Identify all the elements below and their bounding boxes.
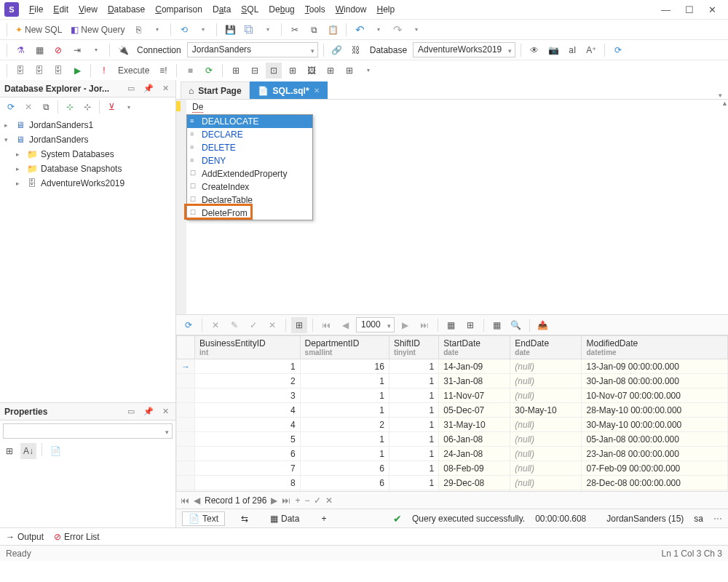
table-cell[interactable]: 8 (195, 476, 301, 490)
tab-close-icon[interactable]: ✕ (314, 87, 320, 95)
plug-icon[interactable]: 🔌 (115, 42, 131, 58)
table-cell[interactable]: 6 (300, 461, 389, 476)
table-cell[interactable]: 07-Feb-09 00:00:00.000 (582, 461, 728, 476)
res-refresh-icon[interactable]: ⟳ (181, 317, 197, 333)
tabs-overflow-icon[interactable]: ▾ (719, 92, 728, 99)
paste-icon[interactable]: 📋 (325, 22, 341, 38)
table-cell[interactable]: 15-Jan-09 00:00:00.000 (582, 490, 728, 492)
res-prev-icon[interactable]: ◀ (337, 317, 353, 333)
table-cell[interactable]: 1 (389, 388, 438, 403)
res-apply-icon[interactable]: ✓ (245, 317, 261, 333)
tab-sql[interactable]: 📄 SQL.sql* ✕ (250, 81, 328, 99)
tree-node-server[interactable]: ▸ 🖥 JordanSanders1 (0, 118, 175, 132)
t3-icon[interactable]: ⊡ (266, 63, 282, 79)
table-row[interactable]: 61124-Jan-08(null)23-Jan-08 00:00:00.000 (177, 447, 728, 461)
res-first-icon[interactable]: ⏮ (318, 317, 334, 333)
redo-icon[interactable]: ↷ (389, 22, 405, 38)
properties-dropdown[interactable] (3, 423, 173, 439)
indent-icon[interactable]: ⇥ (69, 42, 85, 58)
inspect-icon[interactable]: 👁 (526, 42, 542, 58)
column-header[interactable]: StartDatedate (439, 336, 510, 359)
table-cell[interactable]: 06-Jan-08 (439, 432, 510, 447)
table-cell[interactable]: 1 (389, 359, 438, 374)
menu-debug[interactable]: Debug (264, 2, 298, 17)
table-cell[interactable]: 08-Feb-09 (439, 461, 510, 476)
res-export-icon[interactable]: 📤 (535, 317, 551, 333)
pager-next-icon[interactable]: ▶ (271, 495, 277, 506)
rename-icon[interactable]: aI (564, 42, 580, 58)
table-cell[interactable]: (null) (510, 447, 582, 461)
t2-icon[interactable]: ⊟ (247, 63, 263, 79)
t6-icon[interactable]: ⊞ (323, 63, 339, 79)
intellisense-item[interactable]: ☐AddExtendedProperty (187, 167, 312, 180)
table-cell[interactable]: (null) (510, 388, 582, 403)
intellisense-item[interactable]: ≡DEALLOCATE (187, 115, 312, 128)
table-cell[interactable]: (null) (510, 418, 582, 432)
page-size-dropdown[interactable]: 1000 (356, 317, 395, 332)
dd4-icon[interactable]: ▾ (408, 22, 424, 38)
database-dropdown[interactable]: AdventureWorks2019 (413, 42, 515, 57)
table-cell[interactable]: 3 (195, 388, 301, 403)
back-icon[interactable]: ⟲ (176, 22, 192, 38)
res-view3-icon[interactable]: ▦ (489, 317, 505, 333)
output-tab[interactable]: →Output (6, 532, 44, 542)
table-cell[interactable]: 24-Jan-08 (439, 447, 510, 461)
new-sql-button[interactable]: ✦New SQL (12, 22, 65, 38)
tree-node-folder[interactable]: ▸ 📁 Database Snapshots (0, 162, 175, 176)
camera-icon[interactable]: 📷 (545, 42, 561, 58)
panel-window-icon[interactable]: ▭ (125, 407, 137, 416)
table-cell[interactable]: 11-Nov-07 (439, 388, 510, 403)
table-cell[interactable]: (null) (510, 432, 582, 447)
table-cell[interactable]: 6 (195, 447, 301, 461)
menu-sql[interactable]: SQL (237, 2, 263, 17)
res-find-icon[interactable]: 🔍 (508, 317, 524, 333)
unlink-icon[interactable]: ⛓ (348, 42, 364, 58)
table-cell[interactable]: 7 (195, 461, 301, 476)
undo-icon[interactable]: ↶ (352, 22, 368, 38)
menu-comparison[interactable]: Comparison (151, 2, 207, 17)
table-cell[interactable]: 1 (389, 447, 438, 461)
table-cell[interactable]: 6 (300, 490, 389, 492)
menu-edit[interactable]: Edit (49, 2, 73, 17)
grid-icon[interactable]: ▦ (31, 42, 47, 58)
exp-add2-icon[interactable]: ⊹ (79, 99, 95, 115)
table-cell[interactable]: 4 (195, 418, 301, 432)
tree-node-server[interactable]: ▾ 🖥 JordanSanders (0, 132, 175, 147)
table-cell[interactable]: 30-May-10 (510, 403, 582, 418)
table-row[interactable]: 42131-May-10(null)30-May-10 00:00:00.000 (177, 418, 728, 432)
pager-cancel-icon[interactable]: ✕ (325, 495, 333, 506)
flask-icon[interactable]: ⚗ (12, 42, 28, 58)
tab-start-page[interactable]: ⌂ Start Page (181, 81, 250, 99)
res-edit-icon[interactable]: ✎ (226, 317, 242, 333)
table-cell[interactable]: 2 (195, 374, 301, 388)
table-cell[interactable]: 28-May-10 00:00:00.000 (582, 403, 728, 418)
db-icon-3[interactable]: 🗄 (50, 63, 66, 79)
dd2-icon[interactable]: ▾ (260, 22, 276, 38)
results-tab-swap[interactable]: ⇆ (235, 512, 254, 525)
table-cell[interactable]: 1 (389, 432, 438, 447)
prop-page-icon[interactable]: 📄 (47, 443, 63, 459)
table-row[interactable]: 86129-Dec-08(null)28-Dec-08 00:00:00.000 (177, 476, 728, 490)
intellisense-item[interactable]: ☐DeleteFrom (187, 207, 312, 220)
menu-tools[interactable]: Tools (301, 2, 330, 17)
table-row[interactable]: 21131-Jan-08(null)30-Jan-08 00:00:00.000 (177, 374, 728, 388)
table-cell[interactable]: 28-Dec-08 00:00:00.000 (582, 476, 728, 490)
table-row[interactable]: 76108-Feb-09(null)07-Feb-09 00:00:00.000 (177, 461, 728, 476)
dropdown-icon[interactable]: ▾ (149, 22, 165, 38)
pager-remove-icon[interactable]: − (304, 495, 309, 506)
dd3-icon[interactable]: ▾ (371, 22, 387, 38)
table-row[interactable]: 96116-Jan-09(null)15-Jan-09 00:00:00.000 (177, 490, 728, 492)
increase-font-icon[interactable]: A⁺ (583, 42, 599, 58)
table-cell[interactable]: 1 (195, 359, 301, 374)
column-header[interactable]: EndDatedate (510, 336, 582, 359)
table-cell[interactable]: 2 (300, 418, 389, 432)
table-cell[interactable]: 16-Jan-09 (439, 490, 510, 492)
status-more-icon[interactable]: ⋯ (713, 514, 722, 524)
intellisense-item[interactable]: ≡DENY (187, 154, 312, 167)
pager-first-icon[interactable]: ⏮ (181, 495, 189, 506)
res-grid-icon[interactable]: ⊞ (291, 317, 307, 333)
prop-sort-icon[interactable]: A↓ (20, 443, 36, 459)
table-cell[interactable]: 1 (389, 374, 438, 388)
table-cell[interactable]: 31-Jan-08 (439, 374, 510, 388)
intellisense-item[interactable]: ☐CreateIndex (187, 180, 312, 194)
